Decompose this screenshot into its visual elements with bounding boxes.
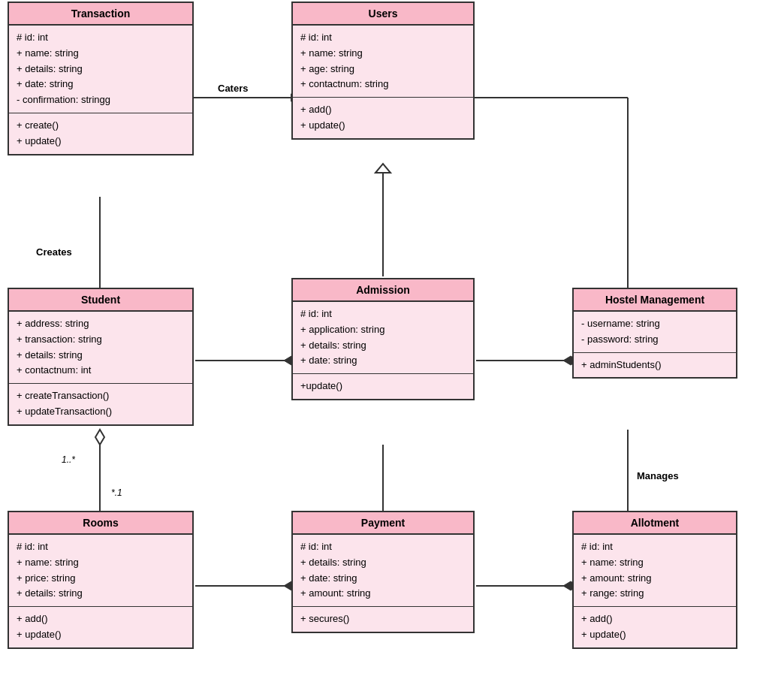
hostel-management-box: Hostel Management - username: string - p…	[572, 288, 737, 379]
users-box: Users # id: int + name: string + age: st…	[291, 2, 475, 140]
payment-box: Payment # id: int + details: string + da…	[291, 511, 475, 633]
transaction-box: Transaction # id: int + name: string + d…	[8, 2, 194, 155]
rooms-methods: + add() + update()	[9, 607, 192, 647]
admission-attributes: # id: int + application: string + detail…	[293, 302, 473, 374]
transaction-methods: + create() + update()	[9, 113, 192, 154]
svg-marker-14	[95, 430, 104, 445]
student-header: Student	[9, 289, 192, 312]
student-box: Student + address: string + transaction:…	[8, 288, 194, 426]
svg-marker-4	[375, 164, 390, 173]
payment-header: Payment	[293, 512, 473, 535]
rooms-header: Rooms	[9, 512, 192, 535]
allotment-attributes: # id: int + name: string + amount: strin…	[574, 535, 736, 607]
users-header: Users	[293, 3, 473, 26]
allotment-methods: + add() + update()	[574, 607, 736, 647]
hostel-management-attributes: - username: string - password: string	[574, 312, 736, 353]
hostel-management-methods: + adminStudents()	[574, 353, 736, 378]
svg-text:1..*: 1..*	[62, 454, 75, 465]
transaction-attributes: # id: int + name: string + details: stri…	[9, 26, 192, 113]
users-methods: + add() + update()	[293, 98, 473, 138]
allotment-header: Allotment	[574, 512, 736, 535]
users-attributes: # id: int + name: string + age: string +…	[293, 26, 473, 98]
student-methods: + createTransaction() + updateTransactio…	[9, 384, 192, 424]
admission-methods: +update()	[293, 374, 473, 399]
svg-text:Creates: Creates	[36, 246, 72, 258]
svg-text:Caters: Caters	[218, 83, 248, 94]
diagram-canvas: Caters Creates 1..* *.1	[0, 0, 784, 676]
admission-header: Admission	[293, 279, 473, 302]
transaction-header: Transaction	[9, 3, 192, 26]
hostel-management-header: Hostel Management	[574, 289, 736, 312]
payment-attributes: # id: int + details: string + date: stri…	[293, 535, 473, 607]
rooms-box: Rooms # id: int + name: string + price: …	[8, 511, 194, 649]
allotment-box: Allotment # id: int + name: string + amo…	[572, 511, 737, 649]
rooms-attributes: # id: int + name: string + price: string…	[9, 535, 192, 607]
svg-text:Manages: Manages	[637, 470, 679, 481]
svg-text:*.1: *.1	[111, 487, 122, 498]
payment-methods: + secures()	[293, 607, 473, 632]
admission-box: Admission # id: int + application: strin…	[291, 278, 475, 400]
student-attributes: + address: string + transaction: string …	[9, 312, 192, 384]
